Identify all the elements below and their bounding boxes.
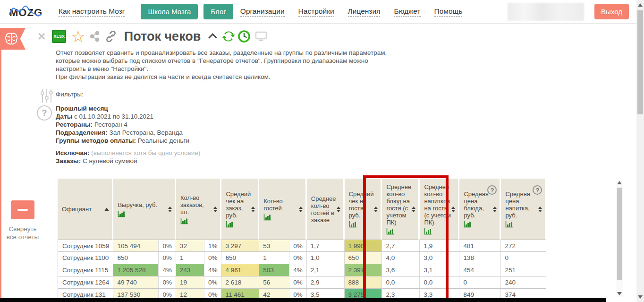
data-cell: 272 (501, 240, 546, 252)
filter-line-2: Рестораны: Ресторан 4 (56, 121, 189, 129)
nav-links: ОрганизацииНастройкиЛицензияБюджетПомощь (240, 7, 463, 17)
refresh-icon[interactable] (221, 29, 236, 43)
sort-updown-icon[interactable] (299, 207, 303, 212)
column-header-3[interactable]: Средний чек на заказ, руб. (221, 179, 259, 240)
column-header-4[interactable]: Кол-во гостей (259, 179, 307, 240)
window-scroll-down-arrow-icon[interactable] (638, 295, 643, 299)
table-row-1: Сотрудник 11006500%10%65010%1,06504,03,0… (58, 252, 546, 264)
data-cell: 0,0 (420, 276, 459, 289)
bar-chart-icon[interactable] (386, 228, 411, 235)
window-scroll-up-arrow-icon[interactable] (638, 3, 643, 7)
bar-chart-icon[interactable] (349, 221, 374, 228)
sort-asc-icon[interactable] (104, 207, 109, 211)
nav-link-how-to-configure[interactable]: Как настроить Мозг (59, 7, 125, 17)
bar-chart-icon[interactable] (464, 221, 492, 228)
column-header-10[interactable]: Средняя цена напитка, руб.? (501, 179, 546, 240)
data-cell: 53 (259, 240, 289, 252)
bar-chart-icon[interactable] (263, 214, 298, 221)
sort-updown-icon[interactable] (213, 207, 217, 212)
column-help-icon[interactable]: ? (487, 185, 497, 195)
report-toolbar: × XLSX ☆ Поток чеков (38, 26, 268, 46)
table-scrollbar-thumb[interactable] (617, 188, 622, 280)
column-label: Средняя цена напитка, руб. (505, 190, 530, 219)
xlsx-export-icon[interactable]: XLSX (52, 30, 66, 43)
display-icon[interactable] (254, 30, 268, 43)
sort-updown-icon[interactable] (337, 207, 340, 212)
bar-chart-icon[interactable] (505, 221, 538, 228)
column-label: Выручка, руб. (118, 201, 157, 208)
nav-link-0[interactable]: Организации (240, 7, 285, 17)
column-label: Средняя цена блюда, руб. (464, 190, 488, 219)
schedule-clock-icon[interactable] (237, 30, 251, 43)
data-cell: 0,0 (382, 276, 420, 289)
filter-summary: Прошлый месяцДаты с 01.10.2021 по 31.10.… (56, 104, 189, 145)
data-cell: 2,7 (382, 240, 420, 252)
brain-tab-button[interactable] (0, 28, 25, 50)
data-cell: 2 618 (221, 276, 259, 289)
bar-chart-icon[interactable] (226, 221, 251, 228)
window-scrollbar[interactable] (636, 0, 644, 302)
column-label: Кол-во заказов, шт. (180, 194, 204, 216)
data-cell: 4 961 (221, 264, 259, 276)
table-head: ОфициантВыручка, руб.Кол-во заказов, шт.… (58, 179, 546, 240)
nav-link-2[interactable]: Лицензия (348, 7, 381, 17)
column-header-9[interactable]: Средняя цена блюда, руб.? (459, 179, 501, 240)
column-header-8[interactable]: Среднее кол-во напитков на гостя (с учет… (420, 179, 459, 240)
sort-updown-icon[interactable] (374, 207, 378, 212)
data-cell: 3,1 (420, 264, 459, 276)
data-cell: 650 (221, 252, 259, 264)
favorite-star-icon[interactable]: ☆ (71, 28, 85, 44)
close-icon[interactable]: × (38, 30, 45, 43)
data-cell: 3,0 (420, 252, 459, 264)
bar-chart-icon[interactable] (424, 228, 451, 235)
data-cell: 650 (113, 252, 159, 264)
data-cell: 0 (459, 276, 501, 289)
collapse-all-reports-button[interactable] (11, 200, 34, 219)
data-cell: 454 (459, 264, 501, 276)
filters-help-icon[interactable]: ? (37, 105, 52, 121)
share-icon[interactable] (89, 30, 101, 43)
sort-updown-icon[interactable] (412, 207, 415, 212)
data-cell: 0% (159, 276, 176, 289)
report-description: Отчет позволяет сравнить и проанализиров… (56, 49, 389, 81)
nav-link-4[interactable]: Помощь (434, 7, 463, 17)
description-line-1: При фильтрации заказ не делится на части… (56, 73, 389, 81)
window-scrollbar-thumb[interactable] (637, 10, 643, 114)
data-cell: 1,9 (420, 240, 459, 252)
column-header-7[interactable]: Среднее кол-во блюд на гостя (с учетом П… (382, 179, 420, 240)
collapse-all-reports-label: Свернуть все отчеты (3, 225, 42, 241)
bar-chart-icon[interactable] (180, 218, 213, 224)
bar-chart-icon[interactable] (118, 211, 168, 217)
column-label: Кол-во гостей (263, 198, 282, 212)
column-header-5[interactable]: Среднее кол-во гостей в заказе (307, 179, 345, 240)
mozg-logo[interactable]: MOZG (8, 3, 42, 21)
column-header-6[interactable]: Средний чек на гостя, руб. (345, 179, 382, 240)
collapse-chevron-icon[interactable] (209, 33, 217, 40)
sort-updown-icon[interactable] (493, 207, 497, 212)
column-header-1[interactable]: Выручка, руб. (113, 179, 176, 240)
sort-updown-icon[interactable] (451, 207, 455, 212)
report-panel-left-border (0, 28, 1, 298)
brain-icon (4, 32, 18, 45)
link-icon[interactable] (104, 30, 118, 43)
table-row-2: Сотрудник 11151 205 5284%2434%4 9615034%… (58, 264, 546, 276)
sort-updown-icon[interactable] (168, 207, 172, 212)
column-header-2[interactable]: Кол-во заказов, шт. (176, 179, 222, 240)
data-cell: 251 (501, 264, 546, 276)
scroll-down-arrow-icon[interactable] (617, 292, 622, 295)
data-cell: 0% (289, 276, 307, 289)
blog-button[interactable]: Блог (203, 4, 233, 19)
nav-link-1[interactable]: Настройки (298, 7, 334, 17)
sort-updown-icon[interactable] (251, 207, 255, 212)
data-cell: 4,0 (382, 252, 420, 264)
sort-updown-icon[interactable] (538, 207, 542, 212)
scroll-up-arrow-icon[interactable] (617, 181, 622, 184)
logout-button[interactable]: Выход (594, 4, 629, 19)
table-scrollbar[interactable] (616, 180, 623, 297)
column-help-icon[interactable]: ? (533, 185, 542, 195)
school-button[interactable]: Школа Мозга (141, 4, 198, 19)
nav-link-3[interactable]: Бюджет (394, 7, 420, 17)
user-name-blurred[interactable] (508, 3, 584, 21)
column-header-0[interactable]: Официант (58, 179, 113, 240)
filters-icon (41, 88, 53, 105)
